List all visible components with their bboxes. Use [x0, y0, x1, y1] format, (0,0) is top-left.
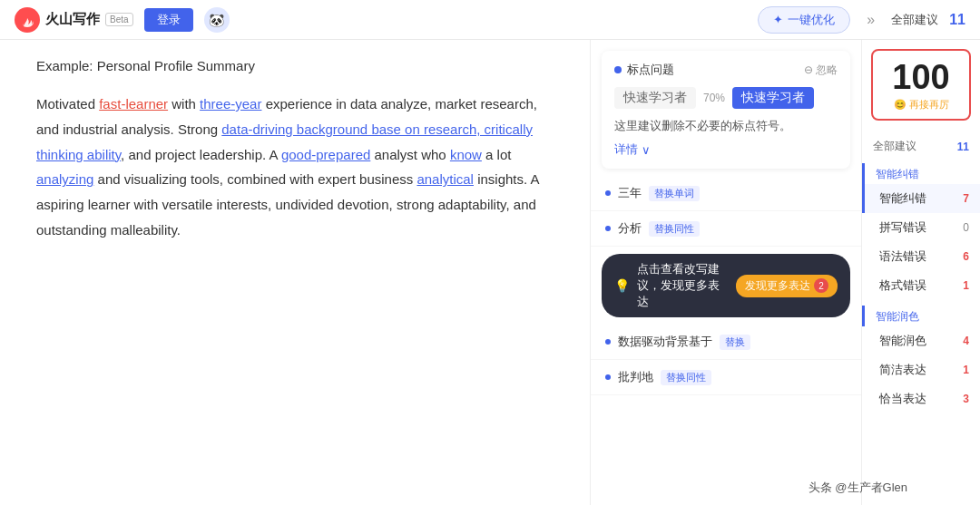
item-text-2: 数据驱动背景基于 — [618, 334, 712, 350]
logo-text: 火山写作 — [45, 11, 100, 28]
body-6: and visualizing tools, combined with exp… — [93, 171, 416, 187]
word-comparison: 快速学习者 70% 快速学习者 — [614, 87, 838, 109]
toast-badge: 2 — [814, 278, 828, 293]
beta-badge: Beta — [105, 13, 133, 26]
item-dot-2 — [605, 339, 611, 345]
card-type-label: 标点问题 — [627, 62, 674, 78]
right-menu-concise[interactable]: 简洁表达 1 — [862, 355, 980, 384]
suggestions-count: 11 — [949, 12, 965, 28]
right-format-count: 1 — [963, 279, 969, 292]
card-header: 标点问题 ⊖ 忽略 — [614, 62, 838, 78]
right-menu-format[interactable]: 格式错误 1 — [862, 271, 980, 300]
right-menu-grammar[interactable]: 语法错误 6 — [862, 242, 980, 271]
right-all-count: 11 — [957, 141, 969, 153]
right-smart-count: 7 — [963, 192, 969, 205]
item-tag-1[interactable]: 替换同性 — [649, 221, 700, 237]
ignore-text: 忽略 — [816, 63, 838, 78]
right-proper-count: 3 — [963, 393, 969, 405]
right-smart-label: 智能纠错 — [879, 190, 926, 207]
fast-learner-text[interactable]: fast-learner — [99, 96, 168, 112]
optimize-label: 一键优化 — [788, 12, 835, 28]
right-tone-count: 4 — [963, 335, 969, 347]
toast-icon: 💡 — [614, 278, 630, 293]
body-3: , and project leadership. A — [121, 147, 281, 162]
right-format-label: 格式错误 — [879, 277, 926, 294]
watermark: 头条 @生产者Glen — [808, 480, 907, 496]
main-content: Example: Personal Profile Summary Motiva… — [0, 40, 980, 505]
right-grammar-count: 6 — [963, 250, 969, 263]
analyzing-text[interactable]: analyzing — [36, 171, 93, 187]
right-grammar-label: 语法错误 — [879, 248, 926, 265]
item-tag-2[interactable]: 替换 — [720, 335, 750, 350]
right-smart-correct-group: 智能纠错 智能纠错 7 拼写错误 0 语法错误 6 格式错误 1 — [862, 163, 980, 300]
ignore-icon: ⊖ — [804, 63, 813, 76]
right-smart-tone-title: 智能润色 — [862, 306, 980, 326]
score-sub-text: 再接再厉 — [909, 98, 949, 112]
logo-icon — [15, 7, 40, 33]
body-4: analyst who — [370, 147, 450, 162]
right-proper-label: 恰当表达 — [879, 391, 926, 407]
suggestion-item-0[interactable]: 三年 替换单词 — [591, 176, 861, 211]
right-spell-count: 0 — [963, 221, 969, 234]
body-before: Motivated — [36, 96, 99, 112]
item-dot-1 — [605, 226, 611, 231]
right-all-label: 全部建议 — [873, 139, 916, 154]
suggestion-item-3[interactable]: 批判地 替换同性 — [591, 360, 861, 395]
ignore-button[interactable]: ⊖ 忽略 — [804, 63, 838, 78]
item-tag-0[interactable]: 替换单词 — [649, 186, 700, 201]
doc-title: Example: Personal Profile Summary — [36, 58, 561, 73]
detail-text: 详情 — [614, 141, 638, 158]
score-box: 100 😊 再接再厉 — [871, 49, 971, 121]
suggestion-item-2[interactable]: 数据驱动背景基于 替换 — [591, 325, 861, 360]
optimize-button[interactable]: ✦ 一键优化 — [758, 6, 850, 34]
topbar: 火山写作 Beta 登录 🐼 ✦ 一键优化 » 全部建议 11 — [0, 0, 980, 40]
right-menu-spell[interactable]: 拼写错误 0 — [862, 213, 980, 242]
right-panel: 100 😊 再接再厉 全部建议 11 智能纠错 智能纠错 7 拼写错误 0 — [862, 40, 980, 505]
right-smart-tone-label: 智能润色 — [876, 310, 919, 323]
left-panel: Example: Personal Profile Summary Motiva… — [0, 40, 590, 505]
score-sub: 😊 再接再厉 — [880, 98, 962, 112]
good-prepared-text[interactable]: good-prepared — [281, 147, 370, 162]
detail-arrow-icon: ∨ — [642, 143, 651, 157]
right-concise-count: 1 — [963, 364, 969, 376]
logo-area: 火山写作 Beta — [15, 7, 133, 33]
item-dot-0 — [605, 190, 611, 196]
body-5: a lot — [482, 147, 512, 162]
right-concise-label: 简洁表达 — [879, 362, 926, 378]
item-text-0: 三年 — [618, 185, 642, 201]
suggestions-label: 全部建议 — [891, 12, 938, 28]
right-spell-label: 拼写错误 — [879, 219, 926, 236]
toast-text: 点击查看改写建议，发现更多表达 — [637, 261, 729, 310]
right-smart-tone-group: 智能润色 智能润色 4 简洁表达 1 恰当表达 3 — [862, 306, 980, 413]
right-smart-correct-title: 智能纠错 — [862, 163, 980, 184]
doc-body: Motivated fast-learner with three-year e… — [36, 92, 561, 243]
avatar-button[interactable]: 🐼 — [204, 7, 230, 33]
right-menu-proper[interactable]: 恰当表达 3 — [862, 384, 980, 413]
analytical-text[interactable]: analytical — [416, 171, 474, 187]
right-menu-tone[interactable]: 智能润色 4 — [862, 326, 980, 355]
middle-panel: 标点问题 ⊖ 忽略 快速学习者 70% 快速学习者 这里建议删除不必要的标点符号… — [590, 40, 862, 505]
suggestion-item-1[interactable]: 分析 替换同性 — [591, 211, 861, 247]
word-suggested[interactable]: 快速学习者 — [732, 87, 814, 109]
more-button[interactable]: » — [861, 12, 880, 28]
score-emoji: 😊 — [894, 99, 906, 111]
right-tone-label: 智能润色 — [879, 333, 926, 349]
item-text-1: 分析 — [618, 220, 642, 237]
optimize-icon: ✦ — [773, 13, 783, 26]
word-score: 70% — [703, 92, 725, 104]
suggestion-card: 标点问题 ⊖ 忽略 快速学习者 70% 快速学习者 这里建议删除不必要的标点符号… — [602, 51, 850, 169]
right-all-suggestions[interactable]: 全部建议 11 — [862, 135, 980, 158]
item-tag-3[interactable]: 替换同性 — [661, 370, 711, 385]
three-year-text[interactable]: three-year — [200, 96, 261, 112]
login-button[interactable]: 登录 — [144, 8, 193, 32]
card-detail-button[interactable]: 详情 ∨ — [614, 141, 838, 158]
right-menu-smart[interactable]: 智能纠错 7 — [862, 184, 980, 213]
know-text[interactable]: know — [450, 147, 482, 162]
body-1: with — [168, 96, 200, 112]
card-desc: 这里建议删除不必要的标点符号。 — [614, 118, 838, 134]
discover-more-button[interactable]: 发现更多表达 2 — [736, 275, 838, 297]
discover-more-label: 发现更多表达 — [745, 278, 810, 294]
right-smart-correct-label: 智能纠错 — [876, 168, 919, 180]
item-dot-3 — [605, 374, 611, 380]
item-text-3: 批判地 — [618, 369, 653, 385]
